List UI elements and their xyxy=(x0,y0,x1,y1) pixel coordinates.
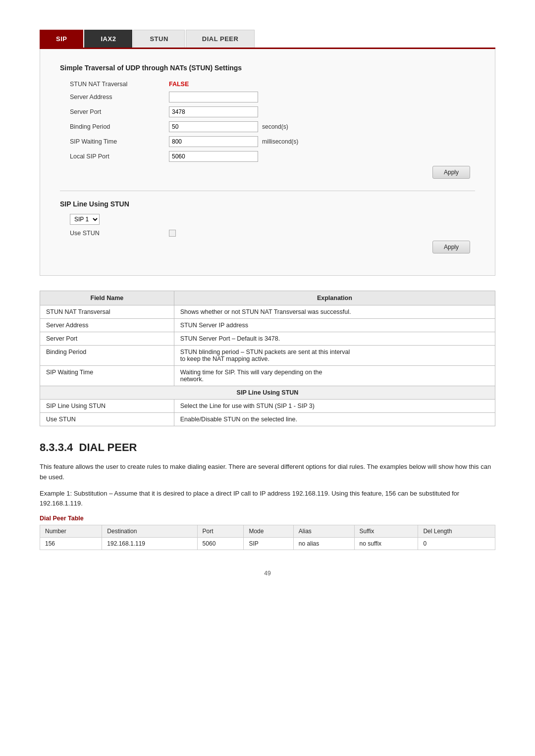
use-stun-checkbox[interactable] xyxy=(169,230,176,237)
local-sip-port-label: Local SIP Port xyxy=(70,153,169,160)
settings-panel: Simple Traversal of UDP through NATs (ST… xyxy=(40,49,495,276)
dial-peer-table-title: Dial Peer Table xyxy=(40,515,495,522)
table-row: Server Port STUN Server Port – Default i… xyxy=(40,332,495,346)
explanation-sip-waiting-time: Waiting time for SIP. This will vary dep… xyxy=(174,366,495,386)
server-address-label: Server Address xyxy=(70,94,169,101)
tab-iax2[interactable]: IAX2 xyxy=(84,30,132,48)
row-del-length: 0 xyxy=(418,538,495,550)
field-use-stun: Use STUN xyxy=(40,413,174,426)
page-number: 49 xyxy=(40,570,495,577)
stun-apply-row: Apply xyxy=(60,166,475,179)
server-port-label: Server Port xyxy=(70,108,169,115)
server-address-row: Server Address xyxy=(60,92,475,102)
col-number: Number xyxy=(40,525,102,538)
row-destination: 192.168.1.119 xyxy=(102,538,197,550)
row-number: 156 xyxy=(40,538,102,550)
explanation-col-explanation: Explanation xyxy=(174,291,495,305)
dial-peer-heading: 8.3.3.4 DIAL PEER xyxy=(40,441,495,454)
col-alias: Alias xyxy=(293,525,354,538)
dial-peer-section: 8.3.3.4 DIAL PEER This feature allows th… xyxy=(40,441,495,550)
section-number: 8.3.3.4 xyxy=(40,441,73,454)
field-server-address: Server Address xyxy=(40,319,174,332)
stun-nat-traversal-row: STUN NAT Traversal FALSE xyxy=(60,81,475,88)
explanation-col-field: Field Name xyxy=(40,291,174,305)
sip-line-select[interactable]: SIP 1 SIP 2 SIP 3 xyxy=(70,214,100,225)
sip-line-stun-title: SIP Line Using STUN xyxy=(60,200,475,208)
field-server-port: Server Port xyxy=(40,332,174,346)
dial-peer-description2: Example 1: Substitution – Assume that it… xyxy=(40,489,495,509)
binding-period-input[interactable] xyxy=(169,121,258,132)
field-stun-nat: STUN NAT Transversal xyxy=(40,305,174,319)
tab-stun[interactable]: STUN xyxy=(133,30,184,48)
row-alias: no alias xyxy=(293,538,354,550)
stun-settings-title: Simple Traversal of UDP through NATs (ST… xyxy=(60,64,475,72)
row-port: 5060 xyxy=(197,538,244,550)
sip-line-apply-button[interactable]: Apply xyxy=(432,241,470,253)
sip-line-select-row: SIP 1 SIP 2 SIP 3 xyxy=(60,214,475,225)
explanation-use-stun: Enable/Disable STUN on the selected line… xyxy=(174,413,495,426)
use-stun-row: Use STUN xyxy=(60,230,475,237)
field-binding-period: Binding Period xyxy=(40,346,174,366)
explanation-stun-nat: Shows whether or not STUN NAT Transversa… xyxy=(174,305,495,319)
table-row: SIP Line Using STUN Select the Line for … xyxy=(40,400,495,413)
sip-line-apply-row: Apply xyxy=(60,241,475,253)
use-stun-label: Use STUN xyxy=(70,230,169,237)
dial-peer-row: 156 192.168.1.119 5060 SIP no alias no s… xyxy=(40,538,495,550)
explanation-table: Field Name Explanation STUN NAT Transver… xyxy=(40,291,495,426)
row-mode: SIP xyxy=(244,538,293,550)
field-sip-waiting-time: SIP Waiting Time xyxy=(40,366,174,386)
server-address-input[interactable] xyxy=(169,92,258,102)
col-suffix: Suffix xyxy=(354,525,418,538)
col-del-length: Del Length xyxy=(418,525,495,538)
tab-bar: SIP IAX2 STUN DIAL PEER xyxy=(40,30,495,49)
explanation-sip-line-using-stun: Select the Line for use with STUN (SIP 1… xyxy=(174,400,495,413)
tab-sip[interactable]: SIP xyxy=(40,30,83,48)
section-divider xyxy=(60,191,475,191)
dial-peer-table: Number Destination Port Mode Alias Suffi… xyxy=(40,525,495,550)
server-port-input[interactable] xyxy=(169,106,258,117)
binding-period-unit: second(s) xyxy=(262,123,288,130)
col-mode: Mode xyxy=(244,525,293,538)
local-sip-port-input[interactable] xyxy=(169,151,258,162)
stun-nat-traversal-label: STUN NAT Traversal xyxy=(70,81,169,88)
explanation-binding-period: STUN blinding period – STUN packets are … xyxy=(174,346,495,366)
explanation-server-port: STUN Server Port – Default is 3478. xyxy=(174,332,495,346)
local-sip-port-row: Local SIP Port xyxy=(60,151,475,162)
server-port-row: Server Port xyxy=(60,106,475,117)
table-row-section-header: SIP Line Using STUN xyxy=(40,386,495,400)
dial-peer-description1: This feature allows the user to create r… xyxy=(40,462,495,483)
section-title: DIAL PEER xyxy=(79,441,137,454)
sip-line-stun-section: SIP Line Using STUN SIP 1 SIP 2 SIP 3 Us… xyxy=(60,200,475,253)
sip-waiting-time-label: SIP Waiting Time xyxy=(70,138,169,145)
binding-period-label: Binding Period xyxy=(70,123,169,130)
section-header-sip-line: SIP Line Using STUN xyxy=(40,386,495,400)
stun-apply-button[interactable]: Apply xyxy=(432,166,470,179)
tab-dial-peer[interactable]: DIAL PEER xyxy=(186,30,255,48)
table-row: Server Address STUN Server IP address xyxy=(40,319,495,332)
field-sip-line-using-stun: SIP Line Using STUN xyxy=(40,400,174,413)
sip-waiting-time-row: SIP Waiting Time millisecond(s) xyxy=(60,136,475,147)
sip-waiting-time-input[interactable] xyxy=(169,136,258,147)
explanation-server-address: STUN Server IP address xyxy=(174,319,495,332)
row-suffix: no suffix xyxy=(354,538,418,550)
table-row: STUN NAT Transversal Shows whether or no… xyxy=(40,305,495,319)
col-destination: Destination xyxy=(102,525,197,538)
table-row: Use STUN Enable/Disable STUN on the sele… xyxy=(40,413,495,426)
sip-waiting-time-unit: millisecond(s) xyxy=(262,138,298,145)
stun-nat-traversal-value: FALSE xyxy=(169,81,189,88)
table-row: Binding Period STUN blinding period – ST… xyxy=(40,346,495,366)
table-row: SIP Waiting Time Waiting time for SIP. T… xyxy=(40,366,495,386)
col-port: Port xyxy=(197,525,244,538)
binding-period-row: Binding Period second(s) xyxy=(60,121,475,132)
stun-settings-section: Simple Traversal of UDP through NATs (ST… xyxy=(60,64,475,179)
